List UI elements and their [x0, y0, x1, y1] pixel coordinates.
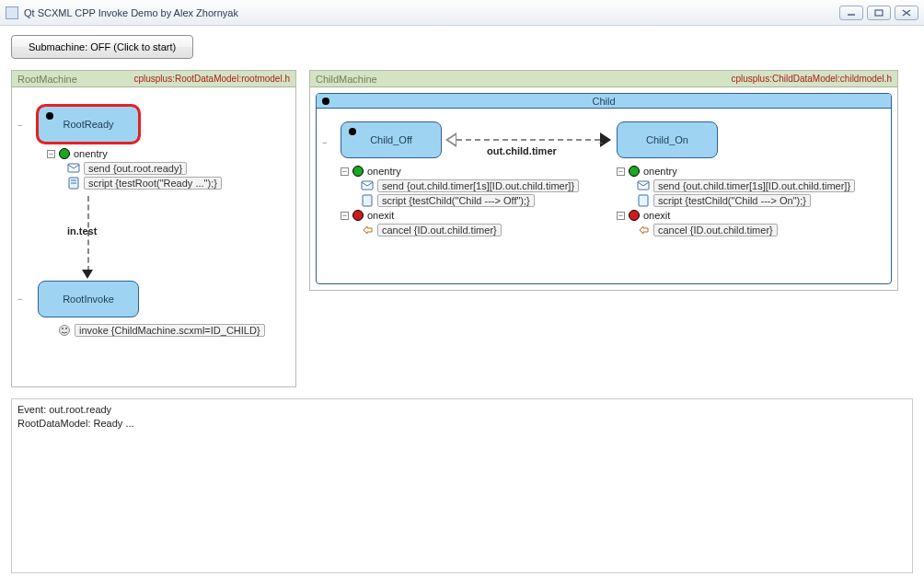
- state-child-off-label: Child_Off: [370, 134, 412, 145]
- child-machine-canvas[interactable]: Child − Child_Off −onentry send {out.chi…: [310, 87, 897, 290]
- script-icon: [67, 177, 80, 190]
- collapse-toggle[interactable]: −: [322, 138, 327, 147]
- tree-toggle[interactable]: −: [341, 212, 349, 220]
- child-container-title-bar: Child: [317, 94, 891, 109]
- state-root-ready[interactable]: RootReady: [38, 106, 139, 143]
- onentry-dot-icon: [59, 148, 70, 159]
- child-container: Child − Child_Off −onentry send {out.chi…: [316, 93, 892, 284]
- child-machine-meta: cplusplus:ChildDataModel:childmodel.h: [731, 74, 892, 84]
- state-child-off[interactable]: Child_Off: [341, 121, 442, 158]
- collapse-toggle[interactable]: −: [17, 294, 22, 304]
- send-action[interactable]: send {out.root.ready}: [84, 162, 187, 175]
- root-machine-panel: RootMachine cplusplus:RootDataModel:root…: [11, 70, 296, 387]
- root-machine-canvas[interactable]: − RootReady − onentry send {out.root.rea…: [12, 87, 295, 386]
- onentry-dot-icon: [352, 166, 364, 177]
- initial-dot-icon: [322, 98, 329, 105]
- cancel-icon: [361, 224, 374, 236]
- log-line: Event: out.root.ready: [17, 403, 907, 417]
- script-action[interactable]: script {testChild("Child ---> On");}: [653, 194, 811, 207]
- initial-dot-icon: [46, 112, 53, 120]
- send-action[interactable]: send {out.child.timer[1s][ID.out.child.t…: [653, 179, 855, 192]
- script-icon: [361, 194, 374, 207]
- event-log[interactable]: Event: out.root.ready RootDataModel: Rea…: [11, 398, 913, 573]
- onexit-dot-icon: [352, 210, 364, 221]
- root-machine-header: RootMachine cplusplus:RootDataModel:root…: [12, 71, 295, 87]
- minimize-button[interactable]: [839, 6, 863, 20]
- window-title: Qt SCXML CPP Invoke Demo by Alex Zhornya…: [24, 7, 839, 18]
- window-controls: [839, 6, 918, 20]
- child-machine-panel: ChildMachine cplusplus:ChildDataModel:ch…: [309, 70, 898, 291]
- collapse-toggle[interactable]: −: [17, 121, 22, 130]
- toggle-submachine-label: Submachine: OFF (Click to start): [29, 41, 176, 52]
- tree-toggle[interactable]: −: [341, 167, 349, 176]
- script-icon: [637, 194, 650, 207]
- svg-point-10: [65, 328, 67, 329]
- svg-point-8: [60, 326, 70, 336]
- script-action[interactable]: script {testChild("Child ---> Off");}: [377, 194, 535, 207]
- maximize-button[interactable]: [867, 6, 891, 20]
- log-line: RootDataModel: Ready ...: [17, 417, 907, 431]
- tree-toggle[interactable]: −: [617, 167, 625, 176]
- onexit-label: onexit: [643, 210, 670, 221]
- child-machine-header: ChildMachine cplusplus:ChildDataModel:ch…: [310, 71, 897, 87]
- root-machine-title: RootMachine: [17, 74, 77, 85]
- back-arrow-icon: [445, 132, 456, 147]
- send-icon: [67, 162, 80, 175]
- onentry-label: onentry: [643, 166, 677, 177]
- child-container-title: Child: [592, 96, 615, 107]
- state-child-on-label: Child_On: [646, 134, 688, 145]
- transition-label: in.test: [67, 225, 97, 236]
- onexit-dot-icon: [629, 210, 640, 221]
- invoke-icon: [58, 324, 71, 337]
- tree-toggle[interactable]: −: [47, 150, 55, 158]
- root-machine-meta: cplusplus:RootDataModel:rootmodel.h: [133, 74, 290, 84]
- invoke-action[interactable]: invoke {ChildMachine.scxml=ID_CHILD}: [75, 324, 265, 337]
- collapse-toggle[interactable]: −: [598, 138, 603, 147]
- state-root-ready-label: RootReady: [63, 119, 113, 130]
- cancel-action[interactable]: cancel {ID.out.child.timer}: [377, 224, 502, 236]
- state-root-invoke-label: RootInvoke: [63, 294, 114, 305]
- cancel-icon: [637, 224, 650, 236]
- cancel-action[interactable]: cancel {ID.out.child.timer}: [653, 224, 778, 236]
- onentry-label: onentry: [74, 148, 108, 159]
- send-action[interactable]: send {out.child.timer[1s][ID.out.child.t…: [377, 179, 579, 192]
- app-icon: [6, 6, 18, 19]
- svg-rect-14: [639, 195, 648, 206]
- send-icon: [637, 179, 650, 192]
- svg-point-9: [62, 328, 64, 329]
- onexit-label: onexit: [367, 210, 394, 221]
- arrowhead-icon: [82, 270, 93, 279]
- state-child-on[interactable]: Child_On: [617, 121, 718, 158]
- svg-rect-1: [875, 10, 883, 16]
- toggle-submachine-button[interactable]: Submachine: OFF (Click to start): [11, 35, 193, 59]
- tree-toggle[interactable]: −: [617, 212, 625, 220]
- onentry-label: onentry: [367, 166, 401, 177]
- close-button[interactable]: [895, 6, 918, 20]
- title-bar: Qt SCXML CPP Invoke Demo by Alex Zhornya…: [0, 0, 924, 26]
- send-icon: [361, 179, 374, 192]
- child-machine-title: ChildMachine: [316, 74, 377, 85]
- transition-label: out.child.timer: [487, 145, 557, 156]
- state-root-invoke[interactable]: RootInvoke: [38, 281, 139, 317]
- onentry-dot-icon: [629, 166, 640, 177]
- script-action[interactable]: script {testRoot("Ready ...");}: [84, 177, 222, 190]
- svg-rect-12: [363, 195, 372, 206]
- initial-dot-icon: [349, 128, 356, 135]
